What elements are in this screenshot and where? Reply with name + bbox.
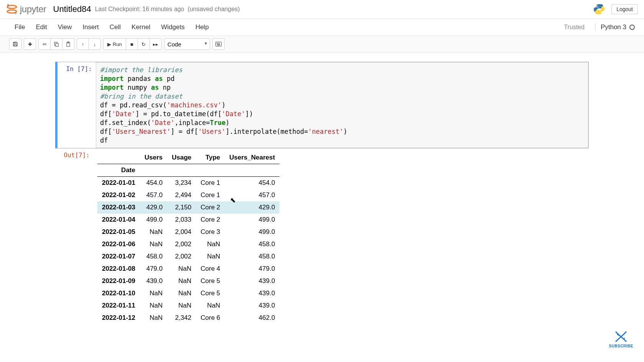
restart-icon: ↻ bbox=[141, 41, 146, 47]
svg-point-2 bbox=[7, 4, 9, 6]
table-row: 2022-01-01454.03,234Core 1454.0 bbox=[97, 177, 279, 189]
jupyter-icon bbox=[6, 3, 18, 15]
save-button[interactable] bbox=[9, 38, 21, 50]
cell-type-select[interactable]: Code bbox=[164, 38, 210, 50]
svg-rect-12 bbox=[215, 42, 221, 46]
restart-button[interactable]: ↻ bbox=[138, 38, 150, 50]
arrow-up-icon: ↑ bbox=[82, 41, 84, 47]
notebook-title[interactable]: Untitled84 bbox=[53, 4, 91, 14]
table-row: 2022-01-05NaN2,004Core 3499.0 bbox=[97, 226, 279, 238]
menu-cell[interactable]: Cell bbox=[104, 20, 126, 34]
keyboard-icon bbox=[215, 42, 222, 46]
run-button[interactable]: ▶ Run bbox=[103, 38, 126, 50]
subscribe-badge[interactable]: SUBSCRIBE bbox=[609, 330, 633, 333]
code-input[interactable]: #import the libraries import pandas as p… bbox=[96, 62, 588, 148]
menu-file[interactable]: File bbox=[9, 20, 30, 34]
col-Type: Type bbox=[196, 151, 225, 164]
command-palette-button[interactable] bbox=[212, 38, 225, 50]
trusted-indicator[interactable]: Trusted bbox=[560, 22, 589, 33]
code-cell[interactable]: In [7]: #import the libraries import pan… bbox=[55, 62, 589, 148]
menu-view[interactable]: View bbox=[53, 20, 77, 34]
paste-button[interactable] bbox=[62, 38, 74, 50]
copy-icon bbox=[54, 41, 59, 47]
svg-point-5 bbox=[601, 12, 602, 13]
stop-button[interactable]: ■ bbox=[126, 38, 138, 50]
table-row: 2022-01-12NaN2,342Core 6462.0 bbox=[97, 312, 279, 324]
svg-point-3 bbox=[15, 13, 16, 14]
python-icon bbox=[593, 3, 605, 15]
table-row: 2022-01-11NaNNaNNaN439.0 bbox=[97, 299, 279, 312]
col-Users_Nearest: Users_Nearest bbox=[225, 151, 279, 164]
toolbar: ✚ ✂ ↑ ↓ ▶ Run ■ ↻ ▸▸ Code bbox=[0, 36, 644, 53]
col-Users: Users bbox=[140, 151, 167, 164]
stop-icon: ■ bbox=[130, 41, 133, 47]
kernel-status-icon bbox=[629, 25, 635, 30]
col-Usage: Usage bbox=[167, 151, 196, 164]
paste-icon bbox=[66, 41, 71, 47]
menu-help[interactable]: Help bbox=[190, 20, 214, 34]
dna-icon bbox=[613, 330, 629, 333]
svg-point-1 bbox=[7, 10, 16, 13]
run-label: Run bbox=[113, 41, 122, 47]
svg-rect-15 bbox=[219, 43, 220, 44]
menu-insert[interactable]: Insert bbox=[77, 20, 104, 34]
table-row: 2022-01-04499.02,033Core 2499.0 bbox=[97, 214, 279, 226]
header: jupyter Untitled84 Last Checkpoint: 16 m… bbox=[0, 0, 644, 19]
move-up-button[interactable]: ↑ bbox=[77, 38, 89, 50]
table-row: 2022-01-09439.0NaNCore 5439.0 bbox=[97, 275, 279, 287]
menu-edit[interactable]: Edit bbox=[30, 20, 52, 34]
kernel-indicator[interactable]: Python 3 bbox=[595, 23, 635, 31]
svg-point-0 bbox=[7, 5, 16, 8]
svg-rect-16 bbox=[217, 44, 220, 45]
svg-point-4 bbox=[597, 5, 598, 7]
kernel-name: Python 3 bbox=[601, 23, 626, 31]
fast-forward-icon: ▸▸ bbox=[153, 41, 158, 47]
table-row: 2022-01-06NaN2,002NaN458.0 bbox=[97, 238, 279, 250]
svg-rect-14 bbox=[218, 43, 219, 44]
menubar: FileEditViewInsertCellKernelWidgetsHelp … bbox=[0, 19, 644, 36]
menu-widgets[interactable]: Widgets bbox=[156, 20, 190, 34]
out-prompt: Out[7]: bbox=[55, 151, 94, 324]
add-cell-button[interactable]: ✚ bbox=[24, 38, 36, 50]
output-cell: Out[7]: UsersUsageTypeUsers_NearestDate2… bbox=[55, 151, 589, 324]
arrow-down-icon: ↓ bbox=[94, 41, 96, 47]
notebook-area: In [7]: #import the libraries import pan… bbox=[0, 53, 644, 333]
move-down-button[interactable]: ↓ bbox=[89, 38, 101, 50]
output-area: UsersUsageTypeUsers_NearestDate2022-01-0… bbox=[94, 151, 589, 324]
cut-button[interactable]: ✂ bbox=[38, 38, 51, 50]
menu-kernel[interactable]: Kernel bbox=[126, 20, 156, 34]
table-row: 2022-01-07458.02,002NaN458.0 bbox=[97, 250, 279, 263]
play-icon: ▶ bbox=[107, 41, 111, 47]
table-row: 2022-01-02457.02,494Core 1457.0 bbox=[97, 189, 279, 201]
table-row: 2022-01-08479.0NaNCore 4479.0 bbox=[97, 263, 279, 275]
cut-icon: ✂ bbox=[43, 41, 47, 47]
copy-button[interactable] bbox=[50, 38, 62, 50]
save-icon bbox=[13, 41, 18, 47]
svg-rect-13 bbox=[217, 43, 217, 44]
dataframe-table: UsersUsageTypeUsers_NearestDate2022-01-0… bbox=[97, 151, 279, 324]
svg-rect-9 bbox=[56, 43, 58, 46]
plus-icon: ✚ bbox=[28, 41, 32, 47]
index-name: Date bbox=[97, 164, 140, 177]
logout-button[interactable]: Logout bbox=[611, 4, 638, 14]
jupyter-logo-text: jupyter bbox=[20, 4, 46, 15]
svg-rect-6 bbox=[14, 42, 16, 43]
checkpoint-text: Last Checkpoint: 16 minutes ago (unsaved… bbox=[95, 6, 240, 13]
jupyter-logo[interactable]: jupyter bbox=[6, 3, 46, 15]
in-prompt: In [7]: bbox=[58, 62, 96, 148]
restart-run-all-button[interactable]: ▸▸ bbox=[150, 38, 162, 50]
table-row: 2022-01-03429.02,150Core 2429.0 bbox=[97, 201, 279, 214]
table-row: 2022-01-10NaNNaNCore 5439.0 bbox=[97, 287, 279, 299]
